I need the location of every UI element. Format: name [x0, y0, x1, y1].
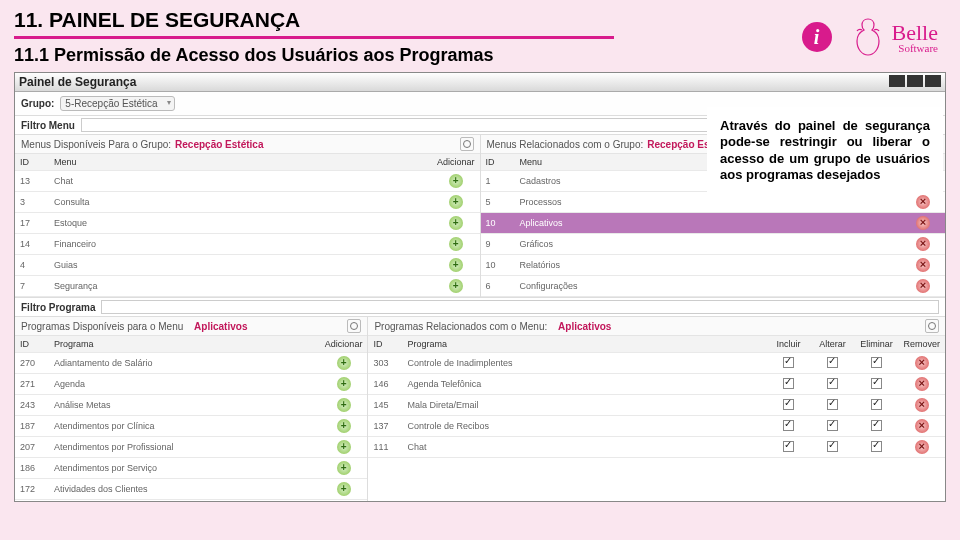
table-row[interactable]: 13Chat — [15, 171, 480, 192]
window-buttons[interactable] — [887, 75, 941, 89]
filtro-menu-label: Filtro Menu — [21, 120, 75, 131]
table-row[interactable]: 187Atendimentos por Clínica — [15, 416, 367, 437]
filtro-programa-input[interactable] — [101, 300, 939, 314]
add-icon[interactable] — [337, 419, 351, 433]
table-row[interactable]: 186Atendimentos por Serviço — [15, 458, 367, 479]
col-eliminar: Eliminar — [854, 336, 898, 353]
grupo-select[interactable]: 5-Recepção Estética — [60, 96, 174, 111]
checkbox[interactable] — [783, 357, 794, 368]
table-row[interactable]: 17Estoque — [15, 213, 480, 234]
col-remover: Remover — [898, 336, 945, 353]
table-row[interactable]: 271Agenda — [15, 374, 367, 395]
checkbox[interactable] — [827, 399, 838, 410]
table-row[interactable]: 172Atividades dos Clientes — [15, 479, 367, 500]
table-row[interactable]: 3Consulta — [15, 192, 480, 213]
checkbox[interactable] — [871, 399, 882, 410]
col-programa: Programa — [49, 336, 320, 353]
col-id: ID — [368, 336, 402, 353]
add-icon[interactable] — [337, 440, 351, 454]
logo-sub: Software — [892, 42, 938, 54]
window-titlebar: Painel de Segurança — [15, 73, 945, 92]
checkbox[interactable] — [827, 357, 838, 368]
col-add: Adicionar — [320, 336, 368, 353]
table-row[interactable]: 146Agenda Telefônica — [368, 374, 945, 395]
pane-left-prog-menu: Aplicativos — [194, 321, 247, 332]
remove-icon[interactable] — [915, 419, 929, 433]
checkbox[interactable] — [871, 441, 882, 452]
grupo-label: Grupo: — [21, 98, 54, 109]
add-icon[interactable] — [337, 461, 351, 475]
pane-left-prog-title: Programas Disponíveis para o Menu — [21, 321, 183, 332]
remove-icon[interactable] — [916, 216, 930, 230]
col-incluir: Incluir — [766, 336, 810, 353]
add-icon[interactable] — [449, 174, 463, 188]
table-row[interactable]: 303Controle de Inadimplentes — [368, 353, 945, 374]
col-menu: Menu — [49, 154, 432, 171]
add-icon[interactable] — [449, 195, 463, 209]
col-id: ID — [15, 154, 49, 171]
header-rule — [14, 36, 614, 39]
page-subtitle: 11.1 Permissão de Acesso dos Usuários ao… — [14, 45, 802, 66]
pane-right-menu-title: Menus Relacionados com o Grupo: — [487, 139, 644, 150]
add-icon[interactable] — [337, 377, 351, 391]
table-row[interactable]: 10Relatórios — [481, 255, 946, 276]
col-id: ID — [15, 336, 49, 353]
pane-right-prog-menu: Aplicativos — [558, 321, 611, 332]
checkbox[interactable] — [827, 441, 838, 452]
remove-icon[interactable] — [916, 279, 930, 293]
remove-icon[interactable] — [915, 398, 929, 412]
checkbox[interactable] — [871, 357, 882, 368]
programs-related-table: ID Programa Incluir Alterar Eliminar Rem… — [368, 336, 945, 458]
table-row[interactable]: 9Gráficos — [481, 234, 946, 255]
checkbox[interactable] — [783, 399, 794, 410]
search-icon[interactable] — [925, 319, 939, 333]
info-icon[interactable]: i — [802, 22, 832, 52]
add-icon[interactable] — [337, 356, 351, 370]
search-icon[interactable] — [460, 137, 474, 151]
remove-icon[interactable] — [915, 377, 929, 391]
pane-right-prog-title: Programas Relacionados com o Menu: — [374, 321, 547, 332]
table-row[interactable]: 4Guias — [15, 255, 480, 276]
remove-icon[interactable] — [915, 440, 929, 454]
add-icon[interactable] — [337, 482, 351, 496]
brand-logo: Belle Software — [850, 16, 938, 58]
col-id: ID — [481, 154, 515, 171]
remove-icon[interactable] — [916, 237, 930, 251]
checkbox[interactable] — [871, 378, 882, 389]
add-icon[interactable] — [449, 237, 463, 251]
page-title: 11. PAINEL DE SEGURANÇA — [14, 8, 802, 32]
table-row[interactable]: 207Atendimentos por Profissional — [15, 437, 367, 458]
table-row[interactable]: 145Mala Direta/Email — [368, 395, 945, 416]
checkbox[interactable] — [827, 420, 838, 431]
col-programa: Programa — [402, 336, 766, 353]
table-row[interactable]: 14Financeiro — [15, 234, 480, 255]
table-row[interactable]: 137Controle de Recibos — [368, 416, 945, 437]
table-row[interactable]: 7Segurança — [15, 276, 480, 297]
table-row[interactable]: 111Chat — [368, 437, 945, 458]
search-icon[interactable] — [347, 319, 361, 333]
table-row[interactable]: 10Aplicativos — [481, 213, 946, 234]
annotation-note: Através do painel de segurança pode-se r… — [710, 110, 940, 191]
pane-left-menu-title: Menus Disponíveis Para o Grupo: — [21, 139, 171, 150]
pane-left-menu-group: Recepção Estética — [175, 139, 263, 150]
table-row[interactable]: 270Adiantamento de Salário — [15, 353, 367, 374]
col-alterar: Alterar — [810, 336, 854, 353]
remove-icon[interactable] — [916, 258, 930, 272]
remove-icon[interactable] — [915, 356, 929, 370]
table-row[interactable]: 6Configurações — [481, 276, 946, 297]
checkbox[interactable] — [871, 420, 882, 431]
add-icon[interactable] — [449, 216, 463, 230]
programs-available-table: IDProgramaAdicionar 270Adiantamento de S… — [15, 336, 367, 500]
add-icon[interactable] — [449, 258, 463, 272]
checkbox[interactable] — [783, 420, 794, 431]
checkbox[interactable] — [827, 378, 838, 389]
window-title: Painel de Segurança — [19, 75, 136, 89]
add-icon[interactable] — [337, 398, 351, 412]
table-row[interactable]: 5Processos — [481, 192, 946, 213]
checkbox[interactable] — [783, 378, 794, 389]
remove-icon[interactable] — [916, 195, 930, 209]
checkbox[interactable] — [783, 441, 794, 452]
add-icon[interactable] — [449, 279, 463, 293]
table-row[interactable]: 243Análise Metas — [15, 395, 367, 416]
menus-available-table: IDMenuAdicionar 13Chat3Consulta17Estoque… — [15, 154, 480, 297]
